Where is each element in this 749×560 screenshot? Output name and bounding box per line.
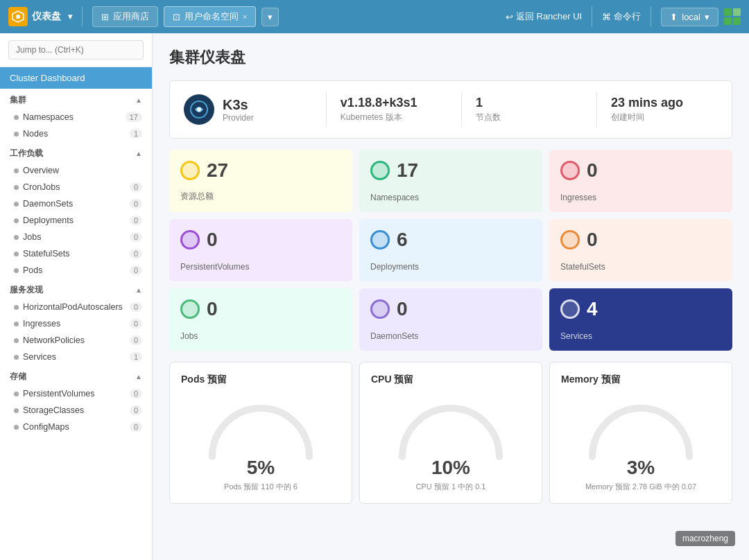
cluster-info-card: K3s Provider v1.18.8+k3s1 Kubernetes 版本 … (169, 80, 732, 139)
storageclasses-dot (14, 408, 19, 413)
stat-icon-7 (370, 299, 390, 319)
stat-card-jobs[interactable]: 0 Jobs (169, 288, 352, 351)
cmd-button[interactable]: ⌘ 命令行 (602, 10, 641, 23)
sidebar-section-storage: 存储 ▲ (0, 365, 152, 385)
deployments-dot (14, 218, 19, 223)
appstore-icon: ⊞ (101, 12, 109, 22)
stat-value-3: 0 (207, 229, 218, 251)
sidebar-item-hpa[interactable]: HorizontalPodAutoscalers 0 (0, 299, 152, 315)
stat-value-8: 4 (587, 298, 598, 320)
sidebar-item-daemonsets[interactable]: DaemonSets 0 (0, 195, 152, 212)
stat-icon-1 (370, 161, 390, 180)
stat-label-8: Services (560, 331, 721, 341)
nav-divider-2 (592, 6, 592, 27)
nav-divider-1 (82, 6, 83, 27)
cluster-nodes: 1 (476, 96, 583, 110)
stat-card-namespaces[interactable]: 17 Namespaces (359, 150, 542, 212)
workloads-section-chevron: ▲ (135, 150, 142, 157)
top-nav: 仪表盘 ▾ ⊞ 应用商店 ⊡ 用户命名空间 × ▾ ↩ 返回 Rancher U… (0, 0, 749, 33)
stat-card-资源总额[interactable]: 27 资源总额 (169, 150, 352, 212)
stat-card-statefulsets[interactable]: 0 StatefulSets (549, 219, 732, 281)
gauge-subtitle-1: CPU 预留 1 中的 0.1 (416, 482, 486, 492)
watermark: macrozheng (675, 531, 735, 546)
networkpolicies-dot (14, 338, 19, 343)
svg-point-1 (16, 15, 20, 19)
stat-value-6: 0 (207, 298, 218, 320)
cluster-divider-2 (461, 92, 462, 127)
sidebar-item-deployments[interactable]: Deployments 0 (0, 212, 152, 229)
storage-section-chevron: ▲ (135, 373, 142, 380)
search-input[interactable] (8, 40, 144, 60)
cluster-version: v1.18.8+k3s1 (341, 96, 447, 110)
gauge-card-2: Memory 预留 3% Memory 预留 2.78 GiB 中的 0.07 (549, 362, 732, 504)
sidebar-item-networkpolicies[interactable]: NetworkPolicies 0 (0, 332, 152, 349)
sidebar-item-namespaces[interactable]: Namespaces 17 (0, 109, 152, 125)
sidebar-active-item[interactable]: Cluster Dashboard (0, 67, 152, 89)
sidebar-item-configmaps[interactable]: ConfigMaps 0 (0, 419, 152, 435)
stat-value-2: 0 (587, 159, 598, 182)
dashboard-chevron[interactable]: ▾ (68, 12, 72, 21)
main-layout: Cluster Dashboard 集群 ▲ Namespaces 17 Nod… (0, 33, 749, 560)
namespace-tab[interactable]: ⊡ 用户命名空间 × (164, 6, 256, 27)
cmd-icon: ⌘ (602, 12, 611, 22)
cluster-nodes-stat: 1 节点数 (476, 96, 583, 123)
appstore-button[interactable]: ⊞ 应用商店 (92, 6, 158, 27)
services-dot (14, 355, 19, 360)
stat-value-5: 0 (587, 229, 598, 251)
cluster-created-stat: 23 mins ago 创建时间 (611, 96, 718, 123)
sidebar-item-ingresses[interactable]: Ingresses 0 (0, 315, 152, 332)
sidebar-item-overview[interactable]: Overview (0, 162, 152, 179)
sidebar-item-pv[interactable]: PersistentVolumes 0 (0, 385, 152, 402)
sidebar-section-cluster: 集群 ▲ (0, 89, 152, 109)
cluster-k3s-info: K3s Provider (184, 94, 312, 125)
sidebar-item-jobs[interactable]: Jobs 0 (0, 229, 152, 245)
sidebar-search-area (0, 33, 152, 67)
sidebar-item-storageclasses[interactable]: StorageClasses 0 (0, 402, 152, 419)
local-icon: ⬆ (670, 12, 678, 22)
stat-label-2: Ingresses (560, 193, 721, 202)
stat-label-5: StatefulSets (560, 262, 721, 272)
close-tab-icon[interactable]: × (243, 12, 247, 21)
stat-label-4: Deployments (370, 262, 531, 272)
pods-dot (14, 268, 19, 273)
gauge-title-1: CPU 预留 (371, 374, 531, 386)
app-logo (8, 7, 28, 26)
stat-card-ingresses[interactable]: 0 Ingresses (549, 150, 732, 212)
stat-value-1: 17 (397, 159, 418, 182)
main-content: 集群仪表盘 K3s Provider v1.18.8+k3s1 (153, 33, 749, 560)
jobs-dot (14, 235, 19, 240)
daemonsets-dot (14, 202, 19, 207)
namespace-dropdown[interactable]: ▾ (261, 8, 279, 26)
return-button[interactable]: ↩ 返回 Rancher UI (506, 10, 582, 23)
sidebar-item-services[interactable]: Services 1 (0, 349, 152, 365)
sidebar-item-pods[interactable]: Pods 0 (0, 262, 152, 279)
gauge-title-0: Pods 预留 (181, 374, 341, 386)
sidebar-item-nodes[interactable]: Nodes 1 (0, 125, 152, 142)
ingresses-dot (14, 322, 19, 326)
stat-icon-8 (560, 299, 580, 319)
configmaps-dot (14, 425, 19, 430)
stat-card-daemonsets[interactable]: 0 DaemonSets (359, 288, 542, 351)
gauge-card-0: Pods 预留 5% Pods 预留 110 中的 6 (169, 362, 352, 504)
cluster-created-label: 创建时间 (611, 112, 718, 123)
sidebar-item-statefulsets[interactable]: StatefulSets 0 (0, 245, 152, 262)
gauge-percent-2: 3% (627, 457, 655, 479)
cluster-divider-3 (596, 92, 597, 127)
stat-icon-4 (370, 230, 390, 250)
cluster-provider-label: Provider (223, 113, 254, 123)
hpa-dot (14, 305, 19, 310)
overview-dot (14, 168, 19, 173)
local-button[interactable]: ⬆ local ▾ (661, 8, 718, 26)
pv-dot (14, 392, 19, 396)
stat-card-services[interactable]: 4 Services (549, 288, 732, 351)
cluster-name-area: K3s Provider (223, 97, 254, 123)
page-title: 集群仪表盘 (169, 47, 732, 68)
grid-view-icon[interactable] (724, 8, 741, 25)
cluster-created: 23 mins ago (611, 96, 718, 110)
sidebar-item-cronjobs[interactable]: CronJobs 0 (0, 179, 152, 195)
stat-icon-6 (180, 299, 200, 319)
stat-card-persistentvolumes[interactable]: 0 PersistentVolumes (169, 219, 352, 281)
nodes-dot (14, 132, 19, 137)
stat-card-deployments[interactable]: 6 Deployments (359, 219, 542, 281)
gauge-subtitle-0: Pods 预留 110 中的 6 (224, 482, 298, 492)
